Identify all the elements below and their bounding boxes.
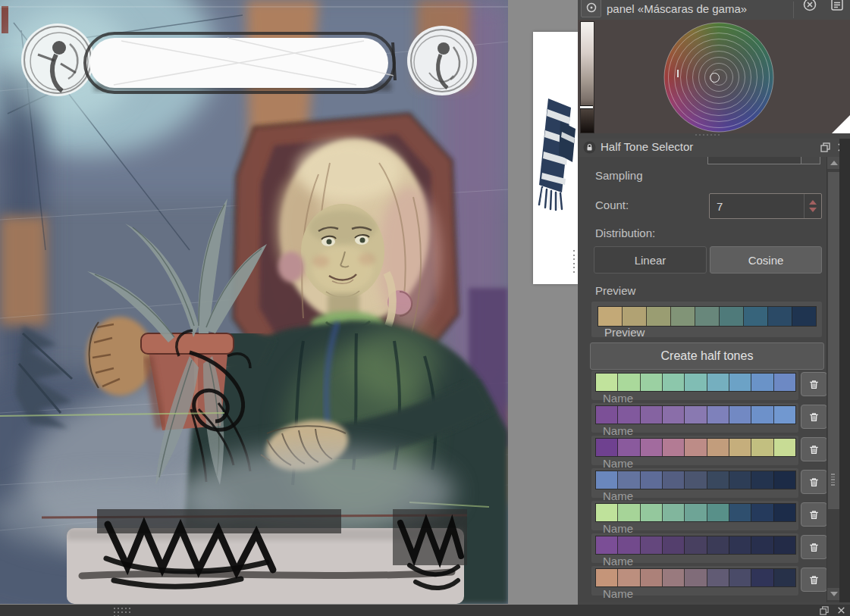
color-swatch[interactable] [774,374,795,391]
color-swatch[interactable] [663,504,685,521]
value-slider-handle[interactable] [580,105,593,109]
color-swatch[interactable] [720,307,744,326]
color-swatch[interactable] [641,471,663,489]
delete-palette-button[interactable] [801,470,826,494]
color-swatch[interactable] [641,374,663,391]
color-swatch[interactable] [641,504,663,521]
color-swatch[interactable] [774,536,795,554]
linear-button[interactable]: Linear [594,246,707,274]
color-swatch[interactable] [729,504,751,521]
gamut-mask-toggle-button[interactable] [581,0,601,17]
docker-float-button[interactable] [820,142,830,152]
vertical-scrollbar[interactable] [826,157,840,602]
delete-palette-button[interactable] [801,535,826,559]
count-spinbox[interactable]: 7 [709,193,822,219]
delete-palette-button[interactable] [801,372,826,396]
color-swatch[interactable] [663,471,685,489]
color-swatch[interactable] [774,569,795,586]
color-swatch[interactable] [663,406,685,424]
color-swatch[interactable] [663,536,685,554]
scroll-up-button[interactable] [827,157,840,169]
hue-wheel[interactable] [664,23,773,132]
color-swatch[interactable] [685,536,707,554]
color-swatch[interactable] [618,569,640,586]
bottom-float-button[interactable] [819,605,830,615]
docker-drag-handle[interactable] [695,134,720,136]
color-swatch[interactable] [685,569,707,586]
color-swatch[interactable] [707,504,729,521]
color-swatch[interactable] [729,374,751,391]
color-swatch[interactable] [729,439,751,456]
color-swatch[interactable] [663,439,685,456]
scroll-down-button[interactable] [827,588,840,600]
color-swatch[interactable] [618,439,640,456]
color-swatch[interactable] [707,569,729,586]
preview-strip[interactable] [598,306,817,327]
delete-palette-button[interactable] [801,405,826,429]
palette-name-input[interactable] [601,586,756,601]
palette-strip[interactable] [595,568,796,587]
color-swatch[interactable] [647,307,671,326]
color-swatch[interactable] [751,504,773,521]
palette-strip[interactable] [595,471,796,489]
color-swatch[interactable] [618,406,640,424]
bottom-drag-handle[interactable] [114,608,133,616]
color-swatch[interactable] [596,471,618,489]
advanced-color-selector[interactable] [578,20,850,133]
delete-palette-button[interactable] [801,502,826,527]
color-swatch[interactable] [774,406,795,424]
color-swatch[interactable] [671,307,695,326]
color-swatch[interactable] [641,569,663,586]
color-swatch[interactable] [751,536,773,554]
scrollbar-thumb[interactable] [828,172,839,509]
delete-palette-button[interactable] [801,437,826,461]
color-swatch[interactable] [751,471,773,489]
color-swatch[interactable] [685,374,707,391]
color-swatch[interactable] [618,471,640,489]
palette-strip[interactable] [595,503,796,522]
color-swatch[interactable] [707,406,729,424]
color-swatch[interactable] [751,374,773,391]
preview-name-input[interactable] [603,325,757,339]
color-swatch[interactable] [729,406,751,424]
palette-strip[interactable] [595,405,796,424]
delete-palette-button[interactable] [801,568,826,592]
color-swatch[interactable] [641,406,663,424]
palette-strip[interactable] [595,438,796,457]
gamut-mask-off-button[interactable] [802,0,817,12]
color-swatch[interactable] [685,504,707,521]
color-swatch[interactable] [618,504,640,521]
color-swatch[interactable] [663,374,685,391]
color-swatch[interactable] [729,471,751,489]
splitter-grip[interactable] [572,250,576,273]
color-swatch[interactable] [685,439,707,456]
color-swatch[interactable] [685,471,707,489]
spin-up-icon[interactable] [809,200,817,205]
color-swatch[interactable] [774,439,795,456]
color-swatch[interactable] [596,406,618,424]
color-swatch[interactable] [792,307,816,326]
color-swatch[interactable] [596,504,618,521]
bottom-close-button[interactable] [836,605,846,615]
spin-down-icon[interactable] [809,208,817,212]
color-swatch[interactable] [768,307,792,326]
canvas-workspace[interactable] [0,0,578,605]
cosine-button[interactable]: Cosine [710,246,822,274]
color-swatch[interactable] [623,307,647,326]
palette-strip[interactable] [595,536,796,555]
gamut-mask-list-button[interactable] [830,0,845,12]
palette-strip[interactable] [595,373,796,392]
color-swatch[interactable] [707,439,729,456]
color-swatch[interactable] [596,536,618,554]
color-swatch[interactable] [774,504,795,521]
value-slider[interactable] [580,21,594,133]
color-swatch[interactable] [641,439,663,456]
docker-lock-button[interactable] [583,141,596,154]
color-swatch[interactable] [707,536,729,554]
color-swatch[interactable] [751,439,773,456]
color-swatch[interactable] [596,569,618,586]
color-swatch[interactable] [596,439,618,456]
color-swatch[interactable] [707,471,729,489]
color-swatch[interactable] [598,307,623,326]
color-swatch[interactable] [641,536,663,554]
